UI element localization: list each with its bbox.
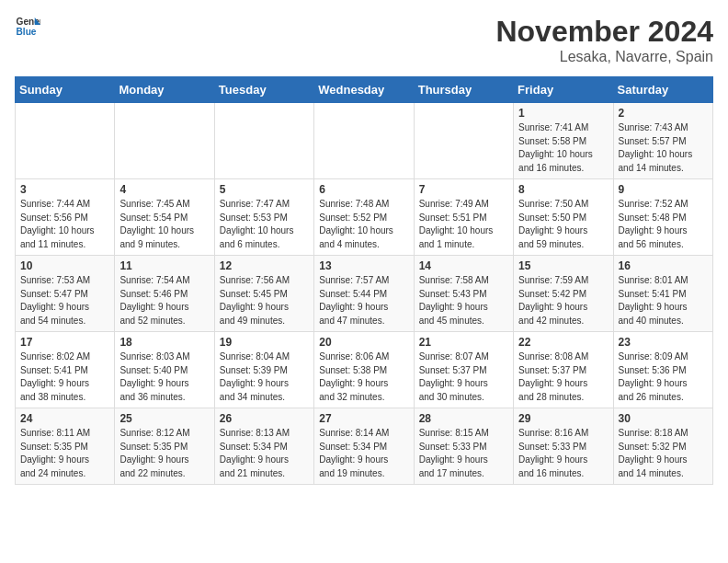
day-number: 9 [619, 183, 708, 196]
day-number: 24 [20, 412, 109, 425]
calendar-cell: 27Sunrise: 8:14 AM Sunset: 5:34 PM Dayli… [314, 408, 414, 485]
title-area: November 2024 Lesaka, Navarre, Spain [495, 15, 713, 65]
day-info: Sunrise: 8:18 AM Sunset: 5:32 PM Dayligh… [619, 427, 708, 480]
calendar-cell: 12Sunrise: 7:56 AM Sunset: 5:45 PM Dayli… [214, 256, 313, 332]
calendar-cell: 3Sunrise: 7:44 AM Sunset: 5:56 PM Daylig… [16, 179, 115, 256]
calendar-cell: 16Sunrise: 8:01 AM Sunset: 5:41 PM Dayli… [613, 256, 712, 332]
calendar-cell: 30Sunrise: 8:18 AM Sunset: 5:32 PM Dayli… [613, 408, 712, 485]
day-info: Sunrise: 8:04 AM Sunset: 5:39 PM Dayligh… [220, 350, 309, 404]
calendar-cell: 22Sunrise: 8:08 AM Sunset: 5:37 PM Dayli… [514, 332, 613, 408]
day-number: 11 [119, 259, 209, 272]
day-info: Sunrise: 8:06 AM Sunset: 5:38 PM Dayligh… [319, 350, 408, 404]
calendar-cell [314, 103, 414, 179]
day-info: Sunrise: 7:53 AM Sunset: 5:47 PM Dayligh… [20, 274, 109, 327]
day-number: 20 [319, 336, 408, 349]
day-number: 23 [619, 336, 708, 349]
day-number: 10 [20, 259, 109, 272]
weekday-header: Monday [115, 77, 214, 103]
calendar-cell: 19Sunrise: 8:04 AM Sunset: 5:39 PM Dayli… [214, 332, 313, 408]
logo: General Blue [15, 15, 40, 40]
calendar-week-row: 3Sunrise: 7:44 AM Sunset: 5:56 PM Daylig… [16, 179, 713, 256]
day-info: Sunrise: 7:54 AM Sunset: 5:46 PM Dayligh… [119, 274, 209, 327]
day-number: 7 [419, 183, 508, 196]
day-number: 16 [619, 259, 708, 272]
calendar-cell [115, 103, 214, 179]
day-number: 19 [220, 336, 309, 349]
calendar-cell: 23Sunrise: 8:09 AM Sunset: 5:36 PM Dayli… [613, 332, 712, 408]
day-number: 3 [20, 183, 109, 196]
day-info: Sunrise: 8:16 AM Sunset: 5:33 PM Dayligh… [518, 427, 608, 480]
svg-text:Blue: Blue [17, 27, 37, 37]
calendar-cell: 17Sunrise: 8:02 AM Sunset: 5:41 PM Dayli… [16, 332, 115, 408]
month-title: November 2024 [495, 15, 713, 49]
calendar-cell: 15Sunrise: 7:59 AM Sunset: 5:42 PM Dayli… [514, 256, 613, 332]
calendar-cell: 9Sunrise: 7:52 AM Sunset: 5:48 PM Daylig… [613, 179, 712, 256]
day-info: Sunrise: 7:45 AM Sunset: 5:54 PM Dayligh… [119, 198, 209, 251]
day-info: Sunrise: 7:48 AM Sunset: 5:52 PM Dayligh… [319, 198, 408, 251]
day-number: 25 [119, 412, 209, 425]
day-info: Sunrise: 8:01 AM Sunset: 5:41 PM Dayligh… [619, 274, 708, 327]
day-number: 8 [518, 183, 608, 196]
calendar-cell: 21Sunrise: 8:07 AM Sunset: 5:37 PM Dayli… [414, 332, 513, 408]
day-info: Sunrise: 7:58 AM Sunset: 5:43 PM Dayligh… [419, 274, 508, 327]
day-info: Sunrise: 7:49 AM Sunset: 5:51 PM Dayligh… [419, 198, 508, 251]
weekday-header: Friday [514, 77, 613, 103]
calendar-cell: 5Sunrise: 7:47 AM Sunset: 5:53 PM Daylig… [214, 179, 313, 256]
calendar-cell: 11Sunrise: 7:54 AM Sunset: 5:46 PM Dayli… [115, 256, 214, 332]
calendar-table: SundayMondayTuesdayWednesdayThursdayFrid… [15, 76, 713, 485]
calendar-cell [414, 103, 513, 179]
day-info: Sunrise: 7:52 AM Sunset: 5:48 PM Dayligh… [619, 198, 708, 251]
day-info: Sunrise: 8:02 AM Sunset: 5:41 PM Dayligh… [20, 350, 109, 404]
weekday-header: Thursday [414, 77, 513, 103]
weekday-header: Wednesday [314, 77, 414, 103]
day-number: 18 [119, 336, 209, 349]
calendar-cell: 1Sunrise: 7:41 AM Sunset: 5:58 PM Daylig… [514, 103, 613, 179]
day-number: 21 [419, 336, 508, 349]
day-info: Sunrise: 7:59 AM Sunset: 5:42 PM Dayligh… [518, 274, 608, 327]
day-info: Sunrise: 8:03 AM Sunset: 5:40 PM Dayligh… [119, 350, 209, 404]
calendar-cell: 14Sunrise: 7:58 AM Sunset: 5:43 PM Dayli… [414, 256, 513, 332]
calendar-cell: 2Sunrise: 7:43 AM Sunset: 5:57 PM Daylig… [613, 103, 712, 179]
day-number: 27 [319, 412, 408, 425]
day-number: 12 [220, 259, 309, 272]
day-info: Sunrise: 8:12 AM Sunset: 5:35 PM Dayligh… [119, 427, 209, 480]
day-number: 4 [119, 183, 209, 196]
day-info: Sunrise: 7:56 AM Sunset: 5:45 PM Dayligh… [220, 274, 309, 327]
day-info: Sunrise: 7:50 AM Sunset: 5:50 PM Dayligh… [518, 198, 608, 251]
calendar-cell: 25Sunrise: 8:12 AM Sunset: 5:35 PM Dayli… [115, 408, 214, 485]
calendar-cell: 6Sunrise: 7:48 AM Sunset: 5:52 PM Daylig… [314, 179, 414, 256]
day-info: Sunrise: 7:57 AM Sunset: 5:44 PM Dayligh… [319, 274, 408, 327]
day-number: 22 [518, 336, 608, 349]
weekday-header: Tuesday [214, 77, 313, 103]
day-number: 6 [319, 183, 408, 196]
day-info: Sunrise: 8:13 AM Sunset: 5:34 PM Dayligh… [220, 427, 309, 480]
day-info: Sunrise: 8:09 AM Sunset: 5:36 PM Dayligh… [619, 350, 708, 404]
day-info: Sunrise: 8:11 AM Sunset: 5:35 PM Dayligh… [20, 427, 109, 480]
calendar-header-row: SundayMondayTuesdayWednesdayThursdayFrid… [16, 77, 713, 103]
day-info: Sunrise: 7:47 AM Sunset: 5:53 PM Dayligh… [220, 198, 309, 251]
calendar-cell: 20Sunrise: 8:06 AM Sunset: 5:38 PM Dayli… [314, 332, 414, 408]
day-info: Sunrise: 7:41 AM Sunset: 5:58 PM Dayligh… [518, 121, 608, 175]
calendar-cell: 24Sunrise: 8:11 AM Sunset: 5:35 PM Dayli… [16, 408, 115, 485]
day-number: 28 [419, 412, 508, 425]
day-number: 17 [20, 336, 109, 349]
calendar-cell: 4Sunrise: 7:45 AM Sunset: 5:54 PM Daylig… [115, 179, 214, 256]
location-subtitle: Lesaka, Navarre, Spain [495, 49, 713, 65]
calendar-cell [16, 103, 115, 179]
weekday-header: Sunday [16, 77, 115, 103]
day-number: 15 [518, 259, 608, 272]
calendar-cell: 18Sunrise: 8:03 AM Sunset: 5:40 PM Dayli… [115, 332, 214, 408]
calendar-cell: 28Sunrise: 8:15 AM Sunset: 5:33 PM Dayli… [414, 408, 513, 485]
day-info: Sunrise: 8:15 AM Sunset: 5:33 PM Dayligh… [419, 427, 508, 480]
day-number: 26 [220, 412, 309, 425]
day-info: Sunrise: 7:43 AM Sunset: 5:57 PM Dayligh… [619, 121, 708, 175]
day-number: 30 [619, 412, 708, 425]
day-number: 29 [518, 412, 608, 425]
calendar-week-row: 17Sunrise: 8:02 AM Sunset: 5:41 PM Dayli… [16, 332, 713, 408]
calendar-cell [214, 103, 313, 179]
calendar-cell: 10Sunrise: 7:53 AM Sunset: 5:47 PM Dayli… [16, 256, 115, 332]
day-info: Sunrise: 8:08 AM Sunset: 5:37 PM Dayligh… [518, 350, 608, 404]
calendar-cell: 29Sunrise: 8:16 AM Sunset: 5:33 PM Dayli… [514, 408, 613, 485]
weekday-header: Saturday [613, 77, 712, 103]
calendar-cell: 13Sunrise: 7:57 AM Sunset: 5:44 PM Dayli… [314, 256, 414, 332]
